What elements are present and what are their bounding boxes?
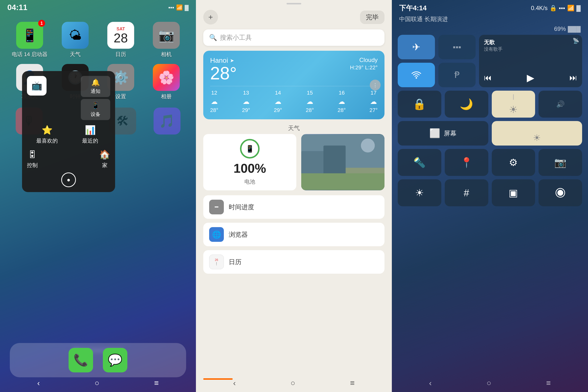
- gear-btn[interactable]: ⚙: [492, 149, 535, 176]
- done-btn[interactable]: 完毕: [360, 10, 385, 24]
- home-circle-btn[interactable]: ●: [61, 172, 76, 187]
- airplane-btn[interactable]: ✈: [398, 35, 435, 59]
- p3-back-btn[interactable]: ‹: [429, 378, 432, 388]
- weather-drag-handle[interactable]: ⋮: [370, 80, 381, 90]
- forecast-16: 16☁28°: [338, 90, 346, 114]
- play-btn[interactable]: ▶: [527, 72, 534, 83]
- cellular-btn[interactable]: ▪▪▪: [438, 35, 476, 59]
- brightness-slider2[interactable]: ☀: [492, 121, 582, 146]
- star-icon: ⭐: [42, 125, 53, 135]
- favorite-item[interactable]: ⭐ 最喜欢的: [27, 125, 67, 144]
- control-icon: 🎛: [28, 150, 37, 160]
- brightness-slider[interactable]: | ☀: [492, 91, 535, 118]
- forecast-12: 12☁28°: [210, 90, 218, 114]
- time-progress-label: 时间进度: [229, 203, 254, 212]
- dock-messages[interactable]: 💬: [103, 348, 127, 372]
- clock: 04:11: [7, 3, 27, 12]
- dock-phone[interactable]: 📞: [68, 348, 93, 372]
- weather-low: L:22°: [365, 64, 378, 70]
- do-not-disturb-btn[interactable]: 🌙: [445, 91, 488, 118]
- context-menu: 📺 🔔 通知 📱 设备 ⭐ 最喜欢的 📊 最近的: [22, 71, 115, 192]
- record-btn[interactable]: [539, 179, 582, 206]
- calendar-label: 日历: [115, 51, 126, 58]
- wifi-btn[interactable]: [398, 63, 435, 87]
- camera-btn[interactable]: 📷: [539, 149, 582, 176]
- gear-icon: ⚙: [509, 157, 518, 168]
- moon-icon: 🌙: [460, 98, 473, 110]
- recent-label: 最近的: [82, 137, 98, 144]
- calendar-icon[interactable]: SAT 28: [107, 22, 134, 49]
- device-btn[interactable]: 📱 设备: [81, 99, 110, 120]
- app-row3-4[interactable]: 🎵: [148, 108, 186, 134]
- search-bar[interactable]: 🔍 搜索小工具: [203, 30, 385, 46]
- menu-btn[interactable]: ≡: [154, 378, 159, 388]
- lock-rotation-icon: 🔒: [413, 98, 426, 110]
- notification-icon: 🔔: [91, 78, 100, 86]
- notification-btn[interactable]: 🔔 通知: [81, 76, 110, 97]
- cc-bottom-row2: ☀ # ▣: [392, 179, 588, 206]
- home-btn[interactable]: ○: [94, 378, 99, 388]
- screen-mirror-btn[interactable]: ⬜ 屏幕: [398, 121, 488, 146]
- mirror-icon: ⬜: [429, 128, 440, 138]
- p3-signal-icon: ▪▪▪: [559, 5, 565, 12]
- phone-badge: 1: [38, 20, 45, 27]
- forecast-15: 15☁28°: [306, 90, 314, 114]
- recent-item[interactable]: 📊 最近的: [70, 125, 110, 144]
- airplay-btn[interactable]: 📡: [573, 38, 579, 44]
- bluetooth-btn[interactable]: Ᵽ: [438, 63, 476, 87]
- nav-bar-panel2: ‹ ○ ≡: [196, 376, 392, 390]
- app-phone[interactable]: 📱 1 电话 14 启动器: [10, 22, 49, 58]
- p2-menu-btn[interactable]: ≡: [350, 378, 355, 388]
- volume-icon: 🔊: [556, 100, 565, 108]
- home-screen-panel: 04:11 ▪▪▪ 📶 ▓ 📱 1 电话 14 启动器 🌤 天气: [0, 0, 196, 392]
- photos-icon[interactable]: 🌸: [153, 64, 180, 91]
- svg-point-8: [557, 190, 563, 196]
- app-camera[interactable]: 📷 相机: [146, 22, 186, 58]
- phone-icon[interactable]: 📱 1: [16, 22, 43, 49]
- p2-back-btn[interactable]: ‹: [233, 378, 236, 388]
- notification-label: 通知: [91, 88, 100, 94]
- screen-record-btn[interactable]: ▣: [492, 179, 535, 206]
- svg-point-6: [416, 77, 417, 79]
- p3-speed: 0.4K/s: [531, 5, 548, 12]
- battery-pct: 69% ▓▓▓: [392, 26, 588, 35]
- p2-home-btn[interactable]: ○: [290, 378, 295, 388]
- status-icons: ▪▪▪ 📶 ▓: [168, 4, 189, 11]
- prev-btn[interactable]: ⏮: [484, 73, 492, 82]
- p3-home-btn[interactable]: ○: [487, 378, 491, 388]
- next-btn[interactable]: ⏭: [570, 73, 577, 82]
- back-btn[interactable]: ‹: [37, 378, 40, 388]
- weather-icon[interactable]: 🌤: [62, 22, 89, 49]
- camera-icon[interactable]: 📷: [153, 22, 180, 49]
- home-item[interactable]: 🏠 家: [99, 150, 110, 169]
- device-label: 设备: [91, 111, 100, 118]
- p3-menu-btn[interactable]: ≡: [546, 378, 551, 388]
- app-calendar[interactable]: SAT 28 日历: [101, 22, 141, 58]
- control-item[interactable]: 🎛 控制: [27, 150, 38, 169]
- app-photos[interactable]: 🌸 相册: [146, 64, 186, 100]
- home-label: 家: [102, 162, 107, 169]
- calendar-list-label: 日历: [229, 258, 241, 266]
- cc-network-group: ✈ ▪▪▪ Ᵽ: [398, 35, 476, 87]
- flashlight-btn[interactable]: 🔦: [398, 149, 441, 176]
- context-menu-grid: ⭐ 最喜欢的 📊 最近的 🎛 控制 🏠 家: [27, 125, 110, 169]
- widget-screen-panel: + 完毕 🔍 搜索小工具 Hanoi ➤ 28° Cloudy H:29°: [196, 0, 392, 392]
- nav-bar-panel1: ‹ ○ ≡: [0, 376, 196, 390]
- record-icon: [555, 188, 566, 198]
- weather-forecast: 12☁28° 13☁29° 14☁29° 15☁28° 16☁28° 17☁27…: [210, 86, 378, 114]
- camera-label: 相机: [161, 51, 172, 58]
- battery-ring: 📱: [240, 139, 260, 158]
- app-weather[interactable]: 🌤 天气: [55, 22, 95, 58]
- calculator-btn[interactable]: #: [445, 179, 488, 206]
- brightness-level: |: [513, 93, 514, 100]
- location-arrow-icon: ➤: [230, 58, 234, 64]
- lock-rotation-btn[interactable]: 🔒: [398, 91, 441, 118]
- settings-label: 设置: [115, 93, 126, 100]
- volume-control[interactable]: 🔊: [539, 91, 582, 118]
- weather-widget: Hanoi ➤ 28° Cloudy H:29° L:22° ⋮ 12☁28°: [203, 51, 385, 119]
- browser-widget: 🌐 浏览器: [203, 223, 385, 246]
- add-widget-btn[interactable]: +: [203, 10, 218, 24]
- brightness-btn[interactable]: ☀: [398, 179, 441, 206]
- p3-wifi-icon: 📶: [567, 5, 575, 12]
- location-btn[interactable]: 📍: [445, 149, 488, 176]
